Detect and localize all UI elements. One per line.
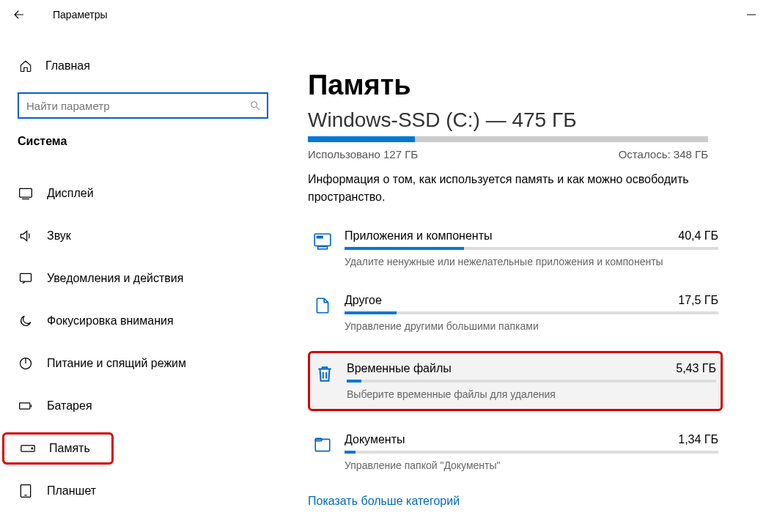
sidebar-item-battery[interactable]: Батарея	[0, 390, 286, 422]
category-desc: Выберите временные файлы для удаления	[347, 388, 716, 400]
documents-icon	[312, 435, 333, 455]
home-icon	[18, 58, 34, 74]
category-apps[interactable]: Приложения и компоненты 40,4 ГБ Удалите …	[308, 222, 723, 275]
category-bar	[347, 380, 716, 383]
storage-icon	[20, 440, 36, 457]
show-more-link[interactable]: Показать больше категорий	[308, 495, 460, 508]
trash-icon	[314, 363, 335, 384]
svg-rect-5	[21, 273, 32, 281]
sidebar-item-focus[interactable]: Фокусировка внимания	[0, 305, 286, 337]
sidebar-item-display[interactable]: Дисплей	[0, 177, 286, 210]
svg-rect-17	[320, 237, 323, 238]
svg-rect-8	[20, 403, 30, 409]
category-bar	[345, 451, 718, 454]
storage-desc: Информация о том, как используется памят…	[308, 171, 708, 206]
sidebar-item-sound[interactable]: Звук	[0, 220, 286, 252]
svg-rect-3	[20, 188, 32, 197]
drive-title: Windows-SSD (C:) — 475 ГБ	[308, 108, 755, 132]
category-name: Документы	[345, 433, 405, 446]
sidebar-heading: Система	[0, 135, 286, 163]
search-icon	[249, 100, 261, 111]
category-name: Временные файлы	[347, 362, 452, 375]
sidebar-item-label: Уведомления и действия	[47, 272, 183, 285]
sidebar-item-power[interactable]: Питание и спящий режим	[0, 347, 286, 380]
battery-icon	[18, 398, 34, 414]
category-size: 5,43 ГБ	[676, 362, 716, 375]
sidebar: Главная Система Дисплей	[0, 29, 286, 532]
search-input[interactable]	[18, 92, 268, 119]
sidebar-item-label: Дисплей	[47, 187, 94, 200]
category-temp-files[interactable]: Временные файлы 5,43 ГБ Выберите временн…	[308, 351, 723, 411]
sidebar-item-label: Звук	[47, 229, 71, 243]
svg-point-11	[32, 448, 33, 449]
power-icon	[18, 355, 34, 372]
category-desc: Управление другими большими папками	[345, 320, 718, 332]
sidebar-item-label: Планшет	[47, 484, 96, 498]
sidebar-item-storage[interactable]: Память	[2, 432, 114, 465]
free-label: Осталось: 348 ГБ	[619, 148, 708, 160]
category-bar	[345, 311, 718, 314]
sidebar-item-label: Питание и спящий режим	[47, 357, 186, 370]
main-content: Память Windows-SSD (C:) — 475 ГБ Использ…	[286, 29, 777, 532]
used-label: Использовано 127 ГБ	[308, 148, 418, 160]
apps-icon	[312, 231, 333, 251]
sidebar-item-notifications[interactable]: Уведомления и действия	[0, 262, 286, 295]
category-size: 40,4 ГБ	[678, 229, 718, 243]
svg-point-1	[251, 102, 257, 108]
drive-usage-bar	[308, 136, 708, 142]
svg-line-2	[257, 107, 259, 110]
category-other[interactable]: Другое 17,5 ГБ Управление другими больши…	[308, 287, 723, 339]
category-desc: Управление папкой "Документы"	[345, 459, 718, 471]
sidebar-home-label: Главная	[45, 59, 90, 73]
folder-icon	[312, 295, 333, 316]
minimize-button[interactable]	[734, 3, 768, 26]
svg-rect-15	[318, 247, 328, 249]
category-name: Приложения и компоненты	[345, 229, 492, 243]
svg-rect-16	[317, 237, 319, 238]
sidebar-item-label: Память	[49, 442, 90, 455]
notifications-icon	[18, 270, 34, 287]
category-desc: Удалите ненужные или нежелательные прило…	[345, 256, 718, 267]
sidebar-home[interactable]: Главная	[0, 51, 286, 81]
category-documents[interactable]: Документы 1,34 ГБ Управление папкой "Док…	[308, 426, 723, 479]
category-name: Другое	[345, 294, 382, 307]
sidebar-item-label: Батарея	[47, 399, 92, 413]
sidebar-item-tablet[interactable]: Планшет	[0, 475, 286, 507]
page-title: Память	[308, 70, 755, 101]
back-button[interactable]	[9, 4, 29, 25]
tablet-icon	[18, 483, 34, 499]
category-size: 1,34 ГБ	[678, 433, 718, 446]
category-bar	[345, 247, 718, 250]
category-size: 17,5 ГБ	[678, 294, 718, 307]
window-title: Параметры	[53, 9, 108, 21]
sound-icon	[18, 228, 34, 244]
moon-icon	[18, 313, 34, 329]
display-icon	[18, 185, 34, 202]
sidebar-item-label: Фокусировка внимания	[47, 314, 174, 328]
